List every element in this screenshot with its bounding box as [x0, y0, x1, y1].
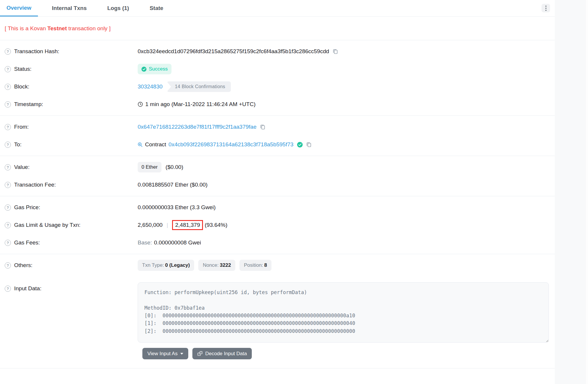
section-gas: ? Gas Price: 0.0000000033 Ether (3.3 Gwe…	[0, 196, 555, 254]
copy-icon[interactable]	[260, 124, 265, 130]
magnifier-plus-icon[interactable]	[138, 142, 143, 147]
help-icon[interactable]: ?	[5, 48, 11, 55]
chevron-down-icon	[180, 353, 183, 355]
row-block: ? Block: 30324830 14 Block Confirmations	[0, 78, 555, 95]
nonce-badge: Nonce:3222	[198, 260, 235, 271]
view-input-as-button[interactable]: View Input As	[142, 348, 188, 359]
row-others: ? Others: Txn Type:0 (Legacy) Nonce:3222…	[0, 256, 555, 274]
block-number-link[interactable]: 30324830	[138, 83, 163, 90]
gas-fees-base-label: Base:	[138, 239, 152, 246]
decode-input-data-button[interactable]: Decode Input Data	[192, 348, 252, 359]
row-from: ? From: 0x647e7168122263d8e7f81f17fff9c2…	[0, 118, 555, 136]
status-label: Status:	[14, 66, 31, 72]
value-usd: ($0.00)	[166, 164, 183, 170]
transaction-hash-value: 0xcb324eedcd1d07296fdf3d215a2865275f159c…	[138, 48, 329, 55]
copy-icon[interactable]	[333, 48, 338, 54]
tab-overview[interactable]: Overview	[0, 0, 38, 16]
dice-icon	[197, 351, 203, 356]
gas-fees-base-value: 0.000000008 Gwei	[154, 239, 201, 246]
tab-internal-txns[interactable]: Internal Txns	[46, 0, 93, 16]
position-badge: Position:8	[239, 260, 271, 271]
notice-bold: Testnet	[47, 25, 67, 32]
tab-state[interactable]: State	[143, 0, 170, 16]
timestamp-value: 1 min ago (Mar-11-2022 11:46:24 AM +UTC)	[145, 101, 256, 108]
value-label: Value:	[14, 164, 29, 170]
tab-logs[interactable]: Logs (1)	[101, 0, 136, 16]
notice-suffix: transaction only ]	[68, 25, 111, 32]
help-icon[interactable]: ?	[5, 286, 11, 292]
scrollbar-gutter[interactable]	[586, 0, 588, 384]
txn-type-badge: Txn Type:0 (Legacy)	[138, 260, 194, 271]
page-background-gutter	[555, 0, 586, 384]
transaction-card: Overview Internal Txns Logs (1) State [ …	[0, 0, 555, 377]
to-address-link[interactable]: 0x4cb093f226983713164a62138c3f718a5b595f…	[169, 141, 294, 148]
verified-check-icon	[297, 142, 303, 147]
help-icon[interactable]: ?	[5, 182, 11, 188]
row-gas-price: ? Gas Price: 0.0000000033 Ether (3.3 Gwe…	[0, 199, 555, 216]
gas-price-value: 0.0000000033 Ether (3.3 Gwei)	[138, 204, 216, 211]
transaction-fee-label: Transaction Fee:	[14, 182, 56, 188]
tab-bar: Overview Internal Txns Logs (1) State	[0, 0, 555, 17]
help-icon[interactable]: ?	[5, 240, 11, 246]
row-gas-limit-usage: ? Gas Limit & Usage by Txn: 2,650,000 | …	[0, 216, 555, 234]
row-transaction-hash: ? Transaction Hash: 0xcb324eedcd1d07296f…	[0, 43, 555, 60]
section-summary: ? Transaction Hash: 0xcb324eedcd1d07296f…	[0, 40, 555, 116]
transaction-hash-label: Transaction Hash:	[14, 48, 59, 55]
help-icon[interactable]: ?	[5, 101, 11, 108]
check-circle-icon	[141, 67, 146, 72]
vertical-ellipsis-icon	[545, 6, 547, 11]
transaction-detail-page: Overview Internal Txns Logs (1) State [ …	[0, 0, 588, 384]
others-label: Others:	[14, 262, 32, 269]
more-options-button[interactable]	[542, 4, 550, 12]
gas-usage-value-highlighted: 2,481,379	[172, 220, 203, 230]
row-gas-fees: ? Gas Fees: Base: 0.000000008 Gwei	[0, 234, 555, 251]
timestamp-label: Timestamp:	[14, 101, 43, 108]
to-type-prefix: Contract	[145, 141, 166, 148]
help-icon[interactable]: ?	[5, 164, 11, 170]
row-transaction-fee: ? Transaction Fee: 0.0081885507 Ether ($…	[0, 176, 555, 194]
gas-fees-label: Gas Fees:	[14, 239, 40, 246]
input-data-actions: View Input As Decode Input Data	[142, 348, 555, 366]
help-icon[interactable]: ?	[5, 222, 11, 228]
gas-limit-label: Gas Limit & Usage by Txn:	[14, 222, 81, 228]
help-icon[interactable]: ?	[5, 262, 11, 269]
section-parties: ? From: 0x647e7168122263d8e7f81f17fff9c2…	[0, 116, 555, 156]
copy-icon[interactable]	[306, 142, 312, 147]
section-others-input: ? Others: Txn Type:0 (Legacy) Nonce:3222…	[0, 254, 555, 368]
row-input-data: ? Input Data: Function: performUpkeep(ui…	[0, 282, 555, 343]
gas-price-label: Gas Price:	[14, 204, 40, 211]
block-label: Block:	[14, 83, 29, 90]
bottom-spacer	[0, 368, 555, 377]
input-data-textarea[interactable]: Function: performUpkeep(uint256 id, byte…	[138, 282, 549, 343]
row-status: ? Status: Success	[0, 60, 555, 78]
status-badge-text: Success	[149, 66, 168, 72]
block-confirmations-badge: 14 Block Confirmations	[167, 81, 231, 92]
clock-icon	[138, 102, 143, 107]
help-icon[interactable]: ?	[5, 66, 11, 72]
to-label: To:	[14, 141, 21, 148]
section-value: ? Value: 0 Ether ($0.00) ? Transaction F…	[0, 156, 555, 196]
transaction-fee-value: 0.0081885507 Ether ($0.00)	[138, 182, 208, 188]
value-badge: 0 Ether	[138, 162, 161, 172]
row-value: ? Value: 0 Ether ($0.00)	[0, 158, 555, 176]
help-icon[interactable]: ?	[5, 84, 11, 90]
help-icon[interactable]: ?	[5, 142, 11, 148]
gas-limit-value: 2,650,000	[138, 222, 163, 228]
row-timestamp: ? Timestamp: 1 min ago (Mar-11-2022 11:4…	[0, 95, 555, 113]
from-address-link[interactable]: 0x647e7168122263d8e7f81f17fff9c2f1aa379f…	[138, 124, 256, 130]
status-badge: Success	[138, 64, 171, 74]
help-icon[interactable]: ?	[5, 204, 11, 211]
help-icon[interactable]: ?	[5, 124, 11, 130]
notice-prefix: [ This is a Kovan	[5, 25, 46, 32]
testnet-notice: [ This is a Kovan Testnet transaction on…	[0, 17, 555, 40]
gas-usage-percent: (93.64%)	[205, 222, 227, 228]
input-data-label: Input Data:	[14, 285, 41, 292]
row-to: ? To: Contract 0x4cb093f226983713164a621…	[0, 136, 555, 153]
pipe-separator: |	[167, 222, 168, 228]
from-label: From:	[14, 124, 29, 130]
